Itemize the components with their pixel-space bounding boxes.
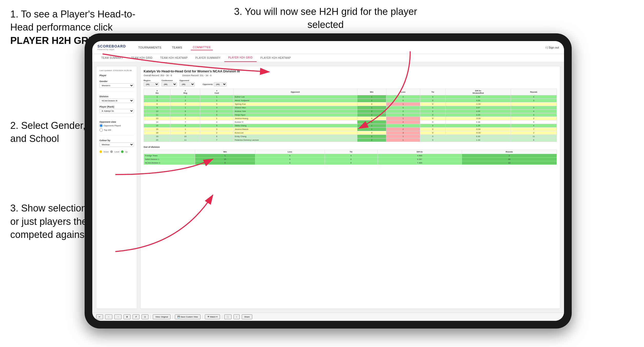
cell-loss: 0 <box>386 113 420 117</box>
subnav-player-summary[interactable]: PLAYER SUMMARY <box>192 54 224 62</box>
ipad-frame: SCOREBOARD Powered by clippd TOURNAMENTS… <box>85 33 572 329</box>
cell-opponent: Eunice Yi <box>233 120 357 124</box>
cell-rounds: 3 <box>511 99 557 102</box>
ood-th-win: Win <box>195 150 255 154</box>
ood-cell-team: NAIA Division 1 <box>144 158 195 161</box>
opponent-filter-label: Opponent <box>179 79 195 82</box>
cell-opponent: Federica Domecq Lacroze <box>233 138 357 142</box>
cell-conf: 2 <box>200 131 233 135</box>
cell-reg: 1 <box>170 95 200 99</box>
ood-table-row: NCAA Division 2 5 0 0 7.400 10 <box>144 161 557 165</box>
toolbar-layout[interactable]: ⬚ <box>224 314 232 319</box>
ood-cell-win: 15 <box>195 158 255 161</box>
cell-loss: 1 <box>386 135 420 138</box>
player-rank-select[interactable]: 8. Katelyn Vo <box>99 109 134 113</box>
cell-opponent: Jessica Huang <box>233 117 357 120</box>
toolbar-undo[interactable]: ↩ <box>96 314 103 319</box>
subnav-team-h2h-grid[interactable]: TEAM H2H GRID <box>127 54 156 62</box>
legend-dot-level <box>110 150 113 153</box>
cell-rounds <box>511 102 557 106</box>
colour-by-select[interactable]: Win/loss <box>99 142 134 147</box>
toolbar-clock[interactable]: ◷ <box>142 314 148 319</box>
cell-diff: 0.30 <box>446 135 511 138</box>
cell-loss: 1 <box>386 117 420 120</box>
cell-tie: 0 <box>420 128 446 131</box>
radio-top100[interactable] <box>99 128 103 132</box>
table-row: 9 1 4 Sharon Mun 1 0 0 3.67 3 <box>144 106 557 110</box>
cell-reg: 8 <box>170 124 200 128</box>
th-loss: Loss <box>386 89 420 95</box>
subnav: TEAM SUMMARY TEAM H2H GRID TEAM H2H HEAT… <box>92 54 564 62</box>
ipad-screen: SCOREBOARD Powered by clippd TOURNAMENTS… <box>92 41 564 321</box>
cell-diff: -5.00 <box>446 131 511 135</box>
toolbar-grid[interactable]: ⊞ <box>124 314 130 319</box>
cell-div: 15 <box>144 124 170 128</box>
cell-tie: 0 <box>420 113 446 117</box>
cell-reg: 1 <box>170 106 200 110</box>
cell-opponent: Emily Chang <box>233 135 357 138</box>
subnav-team-summary[interactable]: TEAM SUMMARY <box>97 54 127 62</box>
cell-diff: -3.00 <box>446 117 511 120</box>
cell-loss: 0 <box>386 106 420 110</box>
cell-tie: 0 <box>420 124 446 128</box>
division-select[interactable]: NCAA Division III NCAA Division I NCAA D… <box>99 99 134 103</box>
toolbar-share[interactable]: Share <box>242 314 252 319</box>
cell-rounds: 2 <box>511 131 557 135</box>
toolbar-watch[interactable]: 👁 Watch ▾ <box>205 314 220 319</box>
nav-teams[interactable]: TEAMS <box>170 45 184 50</box>
th-win: Win <box>357 89 386 95</box>
conference-filter-select[interactable]: (All) <box>162 82 177 86</box>
timestamp: Last Updated: 27/03/2024 16:55:38 <box>99 69 134 72</box>
toolbar-save-custom-view[interactable]: 💾 Save Custom View <box>175 314 200 319</box>
nav-committee[interactable]: COMMITTEE <box>191 45 213 50</box>
main-data-table: #Div #Reg #Conf Opponent Win Loss Tie Di… <box>144 89 557 142</box>
th-diff: Diff AvStrokes/Rnd <box>446 89 511 95</box>
toolbar-divider3 <box>203 315 203 319</box>
cell-diff: 1.25 <box>446 124 511 128</box>
toolbar-back[interactable]: ← <box>105 314 112 319</box>
cell-tie: 0 <box>420 120 446 124</box>
opponent-view-label: Opponent view <box>99 121 134 123</box>
table-row: 11 2 5 Heejo Hyun 1 0 0 3.33 3 <box>144 113 557 117</box>
cell-opponent: Heejo Hyun <box>233 113 357 117</box>
cell-conf: 5 <box>200 113 233 117</box>
subnav-player-h2h-grid[interactable]: PLAYER H2H GRID <box>224 54 256 62</box>
opponents-select[interactable]: (All) <box>214 82 227 86</box>
subnav-player-h2h-heatmap[interactable]: PLAYER H2H HEATMAP <box>257 54 295 62</box>
filter-opponents-group: Region (All) Conference (All) <box>144 79 195 86</box>
cell-div: 18 <box>144 131 170 135</box>
toolbar-refresh[interactable]: ↺ <box>133 314 139 319</box>
cell-diff: 1.33 <box>446 138 511 142</box>
cell-win: 1 <box>357 128 386 131</box>
nav-tournaments[interactable]: TOURNAMENTS <box>136 45 163 50</box>
subnav-team-h2h-heatmap[interactable]: TEAM H2H HEATMAP <box>156 54 192 62</box>
cell-diff: 4.00 <box>446 99 511 102</box>
cell-win: 4 <box>357 135 386 138</box>
cell-win: 0 <box>357 131 386 135</box>
instructions-right: 3. You will now see H2H grid for the pla… <box>223 0 428 32</box>
toolbar-resize[interactable]: ↕ <box>234 314 240 319</box>
ood-cell-team: Foreign Team <box>144 154 195 158</box>
cell-rounds: 4 <box>511 124 557 128</box>
radio-opponents-played[interactable] <box>99 124 103 127</box>
cell-opponent: Sydney Kuo <box>233 102 357 106</box>
ood-cell-tie: 0 <box>325 161 377 165</box>
region-filter-select[interactable]: (All) <box>144 82 159 86</box>
cell-conf: 2 <box>200 99 233 102</box>
cell-loss: 0 <box>386 95 420 99</box>
th-conf: #Conf <box>200 89 233 95</box>
opponent-filter-select[interactable]: (All) <box>179 82 195 86</box>
toolbar-view-original[interactable]: View: Original <box>153 314 170 319</box>
region-filter-label: Region <box>144 79 159 82</box>
sign-out-link[interactable]: Sign out <box>549 46 559 49</box>
grid-title: Katelyn Vo Head-to-Head Grid for Women's… <box>144 69 557 73</box>
toolbar-forward[interactable]: → <box>114 314 122 319</box>
step3-top-text: 3. You will now see H2H grid for the pla… <box>234 6 417 30</box>
cell-div: 19 <box>144 135 170 138</box>
cell-div: 5 <box>144 99 170 102</box>
gender-select[interactable]: Women's Men's <box>99 83 134 88</box>
cell-rounds: 4 <box>511 95 557 99</box>
cell-loss: 2 <box>386 128 420 131</box>
ood-cell-rounds: 2 <box>462 154 557 158</box>
cell-conf: 3 <box>200 110 233 113</box>
